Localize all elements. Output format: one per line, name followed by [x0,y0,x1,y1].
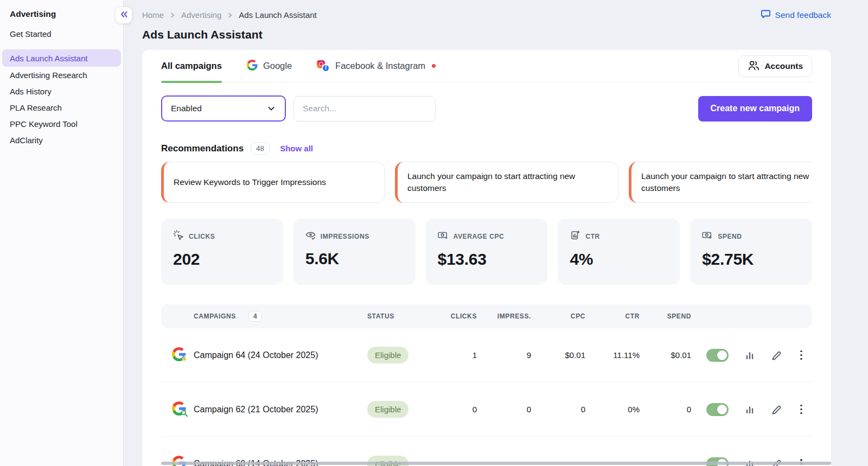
stat-value-clicks: 202 [173,250,271,269]
cell-spend: 0 [649,405,701,414]
search-input[interactable] [293,96,436,122]
column-header-clicks: CLICKS [438,312,487,320]
users-icon [748,59,760,73]
facebook-icon: f [322,64,330,72]
stat-value-impressions: 5.6K [305,250,404,268]
stats-row: CLICKS 202 IMPRESSIONS 5.6K [161,219,812,285]
sidebar-collapse-button[interactable] [116,7,132,23]
analytics-bars-icon[interactable] [745,350,755,360]
row-menu-kebab-icon[interactable] [798,348,805,362]
status-badge: Eligible [367,401,409,418]
stat-card-average-cpc: AVERAGE CPC $13.63 [426,219,548,285]
table-row: Campaign 64 (24 October 2025) Eligible 1… [161,328,812,382]
tab-all-campaigns[interactable]: All campaigns [161,50,222,82]
stat-card-spend: SPEND $2.75K [690,219,812,285]
campaign-name-link[interactable]: Campaign 64 (24 October 2025) [194,350,318,360]
cell-ctr: 0% [595,405,649,414]
edit-pencil-icon[interactable] [771,404,782,415]
show-all-link[interactable]: Show all [280,144,313,153]
active-tab-indicator [161,81,222,83]
breadcrumb: Home Advertising Ads Launch Assistant [142,10,317,20]
send-feedback-link[interactable]: Send feedback [761,9,831,21]
cell-clicks: 0 [438,405,487,414]
column-header-cpc: CPC [541,312,595,320]
sidebar-item-pla-research[interactable]: PLA Research [2,99,121,116]
sidebar-title: Advertising [0,0,123,25]
recommendations-header: Recommendations 48 Show all [161,142,812,155]
chat-bubble-icon [761,9,771,21]
column-header-spend: SPEND [649,312,701,320]
sidebar-item-advertising-research[interactable]: Advertising Research [2,67,121,83]
cell-cpc: 0 [541,405,595,414]
tabs-row: All campaigns Google f [161,50,812,82]
sidebar-item-ppc-keyword-tool[interactable]: PPC Keyword Tool [2,116,121,132]
notification-dot [432,64,436,68]
table-header-row: CAMPAIGNS 4 STATUS CLICKS IMPRESS. CPC C… [161,304,812,328]
edit-pencil-icon[interactable] [771,350,782,361]
cell-impressions: 0 [487,405,541,414]
sidebar-item-adclarity[interactable]: AdClarity [2,132,121,148]
column-header-ctr: CTR [595,312,649,320]
top-bar: Home Advertising Ads Launch Assistant Se… [124,0,868,21]
chevron-down-icon [266,104,276,113]
facebook-instagram-icon: f [317,60,330,72]
campaigns-panel: All campaigns Google f [142,50,831,466]
create-new-campaign-button[interactable]: Create new campaign [698,96,813,122]
stat-value-ctr: 4% [570,250,668,269]
recommendations-title: Recommendations [161,143,244,154]
sidebar: Advertising Get Started Ads Launch Assis… [0,0,124,466]
recommendations-count-badge: 48 [251,142,270,155]
accounts-button[interactable]: Accounts [738,55,812,77]
chevron-right-icon [226,11,234,19]
row-menu-kebab-icon[interactable] [798,403,805,417]
cell-ctr: 11.11% [595,350,649,360]
campaign-enabled-toggle[interactable] [706,349,729,362]
horizontal-scrollbar[interactable] [161,462,831,465]
breadcrumb-advertising[interactable]: Advertising [181,10,221,20]
money-plus-icon [702,230,713,243]
cell-clicks: 1 [438,350,487,360]
sidebar-item-ads-history[interactable]: Ads History [2,83,121,99]
status-filter-value: Enabled [171,104,202,113]
magnifier-icon [181,410,188,417]
double-chevron-left-icon [120,11,128,20]
stat-value-spend: $2.75K [702,250,800,269]
table-row: Campaign 62 (21 October 2025) Eligible 0… [161,382,812,437]
status-filter-select[interactable]: Enabled [161,95,286,122]
analytics-bars-icon[interactable] [745,405,755,414]
campaign-name-link[interactable]: Campaign 62 (21 October 2025) [194,405,318,414]
tab-facebook-instagram[interactable]: f Facebook & Instagram [317,50,436,82]
cell-impressions: 9 [487,350,541,360]
column-header-status: STATUS [367,312,438,320]
breadcrumb-home[interactable]: Home [142,10,164,20]
main-content: Home Advertising Ads Launch Assistant Se… [124,0,868,466]
eye-icon [305,230,316,242]
cell-cpc: $0.01 [541,350,595,360]
chevron-right-icon [169,11,176,19]
column-header-impressions: IMPRESS. [487,312,541,320]
campaign-enabled-toggle[interactable] [706,403,729,416]
recommendation-card[interactable]: Launch your campaign to start attracting… [629,162,812,203]
stat-card-ctr: CTR 4% [558,219,680,285]
column-header-campaigns: CAMPAIGNS 4 [194,311,367,322]
recommendation-card[interactable]: Launch your campaign to start attracting… [395,162,619,203]
cell-spend: $0.01 [649,350,701,360]
stat-value-average-cpc: $13.63 [438,250,536,269]
tab-google[interactable]: Google [247,50,292,82]
google-icon [247,60,258,73]
page-title: Ads Launch Assistant [142,28,868,41]
filter-row: Enabled Create new campaign [161,95,812,122]
breadcrumb-current: Ads Launch Assistant [239,10,316,20]
sidebar-item-ads-launch-assistant[interactable]: Ads Launch Assistant [2,49,121,67]
lightning-bolt-icon [181,355,188,362]
stat-card-clicks: CLICKS 202 [161,219,283,285]
google-performance-max-icon [172,347,186,361]
bar-chart-doc-icon [570,230,580,243]
recommendation-card[interactable]: Review Keywords to Trigger Impressions [161,162,385,203]
stat-card-impressions: IMPRESSIONS 5.6K [293,219,416,285]
campaigns-table: CAMPAIGNS 4 STATUS CLICKS IMPRESS. CPC C… [161,304,812,466]
recommendation-cards: Review Keywords to Trigger Impressions L… [161,162,812,203]
cursor-click-icon [173,230,184,243]
money-cursor-icon [438,230,449,243]
sidebar-item-get-started[interactable]: Get Started [2,25,121,42]
